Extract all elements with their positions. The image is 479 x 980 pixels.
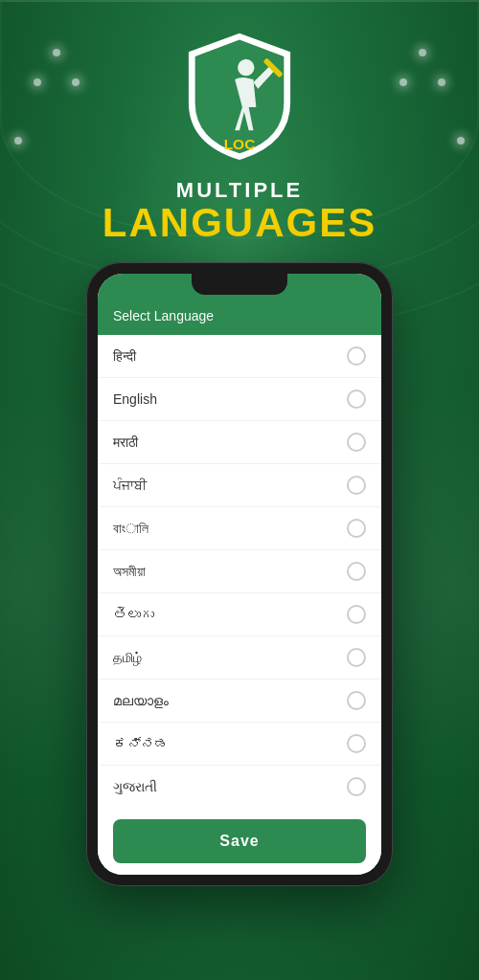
language-item[interactable]: தமிழ்	[98, 636, 381, 679]
language-name: മലയാളം	[113, 693, 169, 709]
phone-mockup: Select Language हिन्दीEnglishमराठीਪੰਜਾਬੀ…	[86, 262, 393, 886]
app-logo: LOC	[177, 29, 302, 163]
languages-label: LANGUAGES	[103, 203, 376, 243]
language-name: தமிழ்	[113, 650, 142, 666]
language-name: ਪੰਜਾਬੀ	[113, 478, 147, 494]
language-name: తెలుగు	[113, 607, 154, 622]
language-item[interactable]: ಕನ್ನಡ	[98, 723, 381, 766]
language-name: मराठी	[113, 434, 138, 451]
radio-button[interactable]	[347, 648, 366, 667]
language-item[interactable]: ਪੰਜਾਬੀ	[98, 464, 381, 507]
radio-button[interactable]	[347, 519, 366, 538]
save-button[interactable]: Save	[113, 819, 366, 863]
language-name: हिन्दी	[113, 348, 136, 365]
radio-button[interactable]	[347, 691, 366, 710]
language-name: বাংালি	[113, 521, 148, 537]
save-button-container: Save	[98, 808, 381, 875]
radio-button[interactable]	[347, 562, 366, 581]
radio-button[interactable]	[347, 390, 366, 409]
radio-button[interactable]	[347, 777, 366, 796]
language-list: हिन्दीEnglishमराठीਪੰਜਾਬੀবাংালিঅসমীয়াతెల…	[98, 335, 381, 808]
language-name: ગુજરાતી	[113, 779, 157, 795]
language-item[interactable]: తెలుగు	[98, 593, 381, 636]
language-item[interactable]: বাংালি	[98, 507, 381, 550]
language-name: English	[113, 391, 157, 407]
svg-text:LOC: LOC	[224, 136, 256, 152]
svg-point-0	[238, 59, 254, 76]
language-name: ಕನ್ನಡ	[113, 736, 168, 751]
language-item[interactable]: മലയാളം	[98, 679, 381, 723]
language-item[interactable]: English	[98, 378, 381, 421]
language-item[interactable]: हिन्दी	[98, 335, 381, 378]
language-item[interactable]: मराठी	[98, 421, 381, 464]
phone-notch	[192, 274, 287, 295]
radio-button[interactable]	[347, 433, 366, 452]
phone-screen: Select Language हिन्दीEnglishमराठीਪੰਜਾਬੀ…	[98, 274, 381, 875]
radio-button[interactable]	[347, 605, 366, 624]
radio-button[interactable]	[347, 346, 366, 366]
select-language-title: Select Language	[113, 308, 214, 323]
language-item[interactable]: অসমীয়া	[98, 550, 381, 593]
title-section: MULTIPLE LANGUAGES	[103, 178, 376, 243]
language-name: অসমীয়া	[113, 564, 146, 580]
language-item[interactable]: ગુજરાતી	[98, 766, 381, 808]
radio-button[interactable]	[347, 734, 366, 753]
radio-button[interactable]	[347, 476, 366, 495]
